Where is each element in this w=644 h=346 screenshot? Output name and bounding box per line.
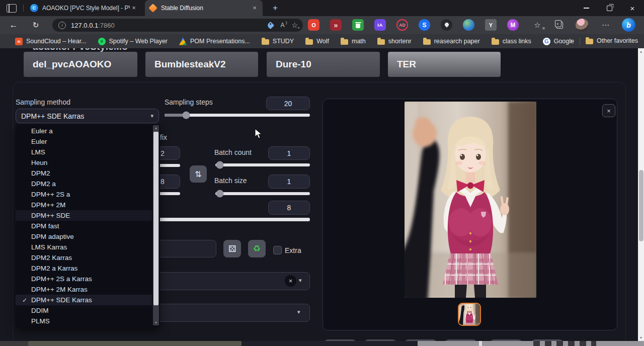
- model-card[interactable]: TER: [388, 52, 501, 77]
- random-seed-dice-button[interactable]: ⚄: [223, 240, 241, 257]
- minimize-button[interactable]: [575, 0, 598, 16]
- close-window-button[interactable]: ×: [621, 0, 644, 16]
- extension-icon[interactable]: AD: [396, 19, 408, 31]
- scroll-up-icon[interactable]: ▲: [153, 126, 159, 130]
- sampler-option[interactable]: ✓ LMS Karras: [16, 242, 152, 252]
- sampler-option[interactable]: ✓ DPM++ SDE: [16, 210, 152, 221]
- scroll-up-icon[interactable]: ▲: [638, 50, 644, 53]
- sampler-option[interactable]: ✓ DPM2 Karras: [16, 252, 152, 263]
- workspaces-icon[interactable]: [7, 4, 17, 13]
- read-aloud-icon[interactable]: A: [280, 22, 284, 29]
- extension-icon[interactable]: O: [308, 19, 319, 31]
- chevron-down-icon[interactable]: ▾: [299, 277, 302, 284]
- bookmark-item[interactable]: SoundCloud – Hear...: [15, 38, 87, 45]
- sampler-option[interactable]: ✓ DPM adaptive: [16, 231, 152, 242]
- slider-thumb[interactable]: [183, 112, 190, 119]
- sampler-option[interactable]: ✓ Heun: [16, 157, 152, 168]
- cfg-scale-input[interactable]: 8: [268, 201, 310, 215]
- close-tab-icon[interactable]: ×: [130, 4, 138, 12]
- extension-icon[interactable]: [352, 19, 364, 31]
- hscroll-thumb[interactable]: [28, 341, 242, 346]
- sampler-option[interactable]: ✓ DPM fast: [16, 221, 152, 231]
- swap-dimensions-button[interactable]: ⇅: [190, 165, 207, 183]
- new-tab-button[interactable]: +: [270, 3, 281, 14]
- sampler-option[interactable]: ✓ DPM++ 2M Karras: [16, 284, 152, 295]
- sampler-option[interactable]: ✓ DPM2 a: [16, 179, 152, 189]
- profile-avatar[interactable]: [576, 19, 589, 32]
- batch-size-slider[interactable]: [215, 192, 310, 195]
- model-card[interactable]: Dure-10: [267, 52, 380, 77]
- model-card[interactable]: BumblesteakV2: [145, 52, 258, 77]
- gallery-thumbnail-selected[interactable]: [458, 303, 481, 326]
- dropdown-scrollbar[interactable]: ▲ ▼: [153, 125, 159, 325]
- bookmarks-overflow-chevron[interactable]: ›: [570, 36, 573, 45]
- slider-thumb[interactable]: [216, 190, 224, 198]
- bookmark-item[interactable]: shortenr: [377, 38, 412, 45]
- thumbnail-image: [459, 304, 480, 325]
- close-gallery-icon[interactable]: ×: [602, 104, 615, 117]
- batch-size-input[interactable]: 1: [268, 175, 310, 189]
- bookmark-item[interactable]: reasearch paper: [423, 38, 480, 45]
- scroll-down-icon[interactable]: ▼: [638, 336, 644, 339]
- bing-discover-icon[interactable]: b: [622, 18, 635, 32]
- other-favorites[interactable]: Other favorites: [586, 37, 638, 44]
- extension-icon[interactable]: M: [507, 19, 519, 31]
- collections-icon[interactable]: [553, 19, 566, 31]
- page-scrollbar[interactable]: ▲ ▼: [638, 48, 644, 341]
- bookmark-item[interactable]: Google: [543, 38, 574, 45]
- bookmark-item[interactable]: Wolf: [305, 38, 329, 45]
- browser-menu-icon[interactable]: ⋯: [600, 19, 612, 31]
- extra-seed-checkbox[interactable]: [273, 246, 282, 254]
- refresh-button[interactable]: ↻: [29, 19, 42, 31]
- chevron-down-icon[interactable]: ▾: [297, 309, 300, 315]
- sampler-option[interactable]: ✓ DPM++ 2M: [16, 200, 152, 210]
- sampler-option[interactable]: ✓ DPM++ 2S a Karras: [16, 274, 152, 284]
- sampler-option[interactable]: ✓ DDIM: [16, 305, 152, 316]
- extension-icon[interactable]: IA: [374, 19, 386, 31]
- bookmark-item[interactable]: STUDY: [262, 38, 294, 45]
- sampler-option[interactable]: ✓ Euler: [16, 136, 152, 147]
- extension-icon[interactable]: [441, 19, 452, 31]
- restore-button[interactable]: [598, 0, 621, 16]
- favorites-list-icon[interactable]: ☆: [531, 19, 543, 31]
- bookmark-icon: [423, 39, 431, 45]
- sampler-option[interactable]: ✓ Euler a: [16, 126, 152, 136]
- dropdown-scrollbar-thumb[interactable]: [153, 132, 158, 305]
- sampler-option[interactable]: ✓ PLMS: [16, 316, 152, 326]
- slider-thumb[interactable]: [216, 161, 224, 169]
- bookmark-item[interactable]: math: [341, 38, 366, 45]
- generated-image[interactable]: [405, 102, 536, 298]
- extension-icon[interactable]: [463, 19, 474, 31]
- reuse-seed-recycle-button[interactable]: ♻: [248, 240, 266, 257]
- sampling-steps-slider[interactable]: [165, 114, 310, 117]
- address-bar[interactable]: i 127.0.0.1:7860 A ☆: [52, 19, 303, 32]
- close-tab-icon[interactable]: ×: [251, 4, 259, 12]
- clear-styles-icon[interactable]: ×: [285, 275, 296, 287]
- scroll-down-icon[interactable]: ▼: [153, 321, 159, 324]
- sampler-option[interactable]: ✓ DPM2: [16, 168, 152, 179]
- sampler-option[interactable]: ✓ LMS: [16, 147, 152, 157]
- sampling-method-select[interactable]: DPM++ SDE Karras ▾: [16, 109, 159, 123]
- page-scrollbar-thumb[interactable]: [639, 170, 643, 241]
- sampler-option[interactable]: ✓ DPM++ 2S a: [16, 189, 152, 200]
- model-card[interactable]: del_pvcAOAOKO: [24, 52, 137, 77]
- extension-icon[interactable]: »: [330, 19, 342, 31]
- bookmark-item[interactable]: POM Presentations...: [179, 38, 250, 45]
- extension-icon[interactable]: Y: [485, 19, 497, 31]
- horizontal-scrollbar[interactable]: [0, 341, 644, 346]
- batch-count-input[interactable]: 1: [268, 146, 310, 160]
- back-button[interactable]: ←: [7, 19, 20, 31]
- sampling-steps-input[interactable]: 20: [266, 97, 310, 110]
- tab-stable-diffusion[interactable]: Stable Diffusion ×: [145, 0, 263, 16]
- stable-diffusion-page: aoaoko. PvcStyleMo del_pvcAOAOKO Bumbles…: [0, 48, 644, 346]
- shopping-tag-icon[interactable]: [267, 21, 275, 29]
- extension-icon[interactable]: S: [419, 19, 430, 31]
- add-favorite-icon[interactable]: ☆: [291, 21, 298, 29]
- bookmark-item[interactable]: Spotify – Web Player: [98, 38, 168, 45]
- site-info-icon[interactable]: i: [58, 22, 66, 29]
- bookmark-item[interactable]: class links: [492, 38, 531, 45]
- sampler-option[interactable]: ✓ DPM++ SDE Karras: [16, 295, 152, 305]
- tab-civitai[interactable]: C AOAOKO [PVC Style Model] - PV ×: [26, 0, 142, 16]
- sampler-option[interactable]: ✓ DPM2 a Karras: [16, 263, 152, 274]
- batch-count-slider[interactable]: [215, 163, 310, 166]
